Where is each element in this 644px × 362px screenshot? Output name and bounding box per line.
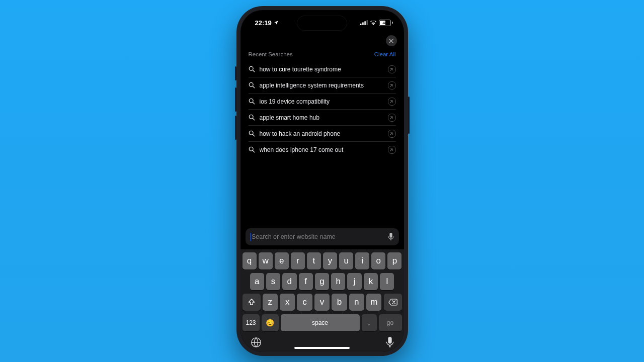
dictation-icon[interactable] [386, 337, 394, 348]
key-m[interactable]: m [366, 294, 381, 311]
power-button [408, 97, 410, 134]
home-indicator[interactable] [294, 347, 350, 349]
search-icon [249, 98, 255, 105]
key-y[interactable]: y [323, 252, 337, 269]
key-q[interactable]: q [243, 252, 257, 269]
key-j[interactable]: j [347, 273, 361, 290]
recent-searches-header: Recent Searches Clear All [240, 49, 404, 61]
backspace-icon [388, 299, 397, 306]
backspace-key[interactable] [384, 294, 402, 311]
key-t[interactable]: t [307, 252, 321, 269]
wifi-icon [370, 20, 377, 25]
svg-point-5 [249, 82, 253, 86]
svg-rect-1 [362, 22, 364, 25]
key-i[interactable]: i [355, 252, 369, 269]
text-cursor [251, 233, 252, 241]
svg-point-4 [249, 66, 253, 70]
close-button[interactable] [386, 35, 397, 46]
key-c[interactable]: c [297, 294, 312, 311]
search-placeholder: Search or enter website name [252, 233, 388, 240]
dynamic-island [297, 16, 347, 30]
key-f[interactable]: f [299, 273, 313, 290]
globe-icon[interactable] [251, 337, 262, 348]
battery-icon: 48 [379, 20, 391, 26]
key-o[interactable]: o [371, 252, 385, 269]
keyboard: qwertyuiop asdfghjkl zxcvbnm 123 😊 space… [240, 249, 404, 352]
search-icon [249, 146, 255, 153]
svg-rect-0 [360, 24, 362, 25]
key-e[interactable]: e [275, 252, 289, 269]
go-key[interactable]: go [379, 314, 402, 331]
shift-key[interactable] [243, 294, 261, 311]
recent-search-item[interactable]: when does iphone 17 come out [249, 141, 396, 157]
key-n[interactable]: n [349, 294, 364, 311]
svg-point-6 [249, 99, 253, 103]
volume-up-button [235, 87, 236, 112]
phone-frame: 22:19 48 Recent Searches [236, 6, 408, 356]
svg-point-7 [249, 115, 253, 119]
fill-arrow-button[interactable] [388, 146, 396, 154]
key-z[interactable]: z [263, 294, 278, 311]
key-a[interactable]: a [250, 273, 264, 290]
key-v[interactable]: v [314, 294, 330, 311]
fill-arrow-button[interactable] [388, 98, 396, 106]
search-icon [249, 82, 255, 88]
recent-search-text: how to cure tourette syndrome [260, 66, 388, 73]
recent-search-item[interactable]: how to cure tourette syndrome [249, 61, 396, 77]
search-bar[interactable]: Search or enter website name [246, 228, 399, 245]
screen: 22:19 48 Recent Searches [240, 10, 404, 352]
location-icon [274, 20, 279, 25]
recent-search-text: apple intelligence system requirements [260, 82, 388, 89]
recent-search-text: when does iphone 17 come out [260, 146, 388, 153]
signal-icon [360, 20, 368, 25]
key-w[interactable]: w [259, 252, 273, 269]
space-key[interactable]: space [281, 314, 360, 331]
side-button [235, 66, 236, 80]
svg-rect-3 [367, 20, 368, 25]
volume-down-button [235, 116, 236, 140]
key-x[interactable]: x [280, 294, 295, 311]
key-p[interactable]: p [387, 252, 401, 269]
key-k[interactable]: k [364, 273, 378, 290]
fill-arrow-button[interactable] [388, 81, 396, 89]
fill-arrow-button[interactable] [388, 65, 396, 73]
emoji-key[interactable]: 😊 [262, 314, 279, 331]
key-s[interactable]: s [266, 273, 280, 290]
key-d[interactable]: d [282, 273, 296, 290]
period-key[interactable]: . [362, 314, 377, 331]
key-h[interactable]: h [331, 273, 345, 290]
search-icon [249, 114, 255, 121]
recent-searches-list: how to cure tourette syndromeapple intel… [240, 61, 404, 157]
close-icon [389, 39, 393, 43]
key-u[interactable]: u [339, 252, 353, 269]
recent-search-text: how to hack an android phone [260, 130, 388, 137]
recent-search-text: ios 19 device compatibility [260, 98, 388, 105]
clear-all-button[interactable]: Clear All [374, 51, 396, 57]
recent-search-item[interactable]: apple intelligence system requirements [249, 77, 396, 93]
key-g[interactable]: g [315, 273, 329, 290]
search-icon [249, 130, 255, 137]
shift-icon [248, 298, 256, 306]
recent-search-item[interactable]: how to hack an android phone [249, 125, 396, 141]
battery-percent: 48 [383, 21, 387, 25]
svg-point-9 [249, 147, 253, 151]
recent-searches-title: Recent Searches [249, 51, 293, 57]
search-icon [249, 66, 255, 72]
mic-icon[interactable] [388, 233, 394, 241]
svg-point-8 [249, 131, 253, 135]
recent-search-item[interactable]: ios 19 device compatibility [249, 93, 396, 109]
fill-arrow-button[interactable] [388, 130, 396, 138]
numbers-key[interactable]: 123 [243, 314, 260, 331]
key-b[interactable]: b [332, 294, 347, 311]
key-r[interactable]: r [291, 252, 305, 269]
recent-search-text: apple smart home hub [260, 114, 388, 121]
svg-rect-2 [364, 21, 366, 25]
fill-arrow-button[interactable] [388, 114, 396, 122]
key-l[interactable]: l [380, 273, 394, 290]
status-time: 22:19 [255, 19, 272, 27]
recent-search-item[interactable]: apple smart home hub [249, 109, 396, 125]
